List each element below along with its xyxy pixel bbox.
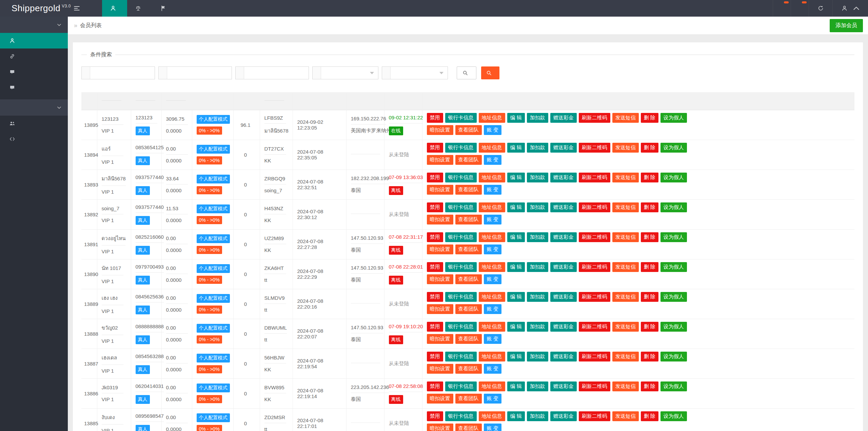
hidden-deduction-button[interactable]: 暗扣设置 [427, 155, 453, 165]
bonus-button[interactable]: 赠送彩金 [550, 173, 577, 182]
view-team-button[interactable]: 查看团队 [455, 215, 482, 224]
account-change-button[interactable]: 账 变 [484, 244, 501, 254]
hidden-deduction-button[interactable]: 暗扣设置 [427, 334, 453, 344]
refresh-qrcode-button[interactable]: 刷新二维码 [579, 232, 610, 242]
bonus-button[interactable]: 赠送彩金 [550, 143, 577, 153]
address-button[interactable]: 地址信息 [479, 173, 505, 182]
bank-card-button[interactable]: 银行卡信息 [445, 262, 477, 272]
adjust-balance-button[interactable]: 加扣款 [527, 352, 548, 361]
sidebar-section-service-management[interactable] [0, 99, 68, 116]
address-button[interactable]: 地址信息 [479, 232, 505, 242]
disable-button[interactable]: 禁用 [427, 381, 443, 391]
address-button[interactable]: 地址信息 [479, 411, 505, 421]
view-team-button[interactable]: 查看团队 [455, 244, 482, 254]
edit-button[interactable]: 编 辑 [507, 381, 525, 391]
edit-button[interactable]: 编 辑 [507, 173, 525, 182]
nav-item-help-center[interactable] [152, 0, 177, 17]
bank-card-button[interactable]: 银行卡信息 [445, 352, 477, 361]
address-button[interactable]: 地址信息 [479, 262, 505, 272]
view-team-button[interactable]: 查看团队 [455, 185, 482, 195]
nav-refresh[interactable] [809, 0, 832, 17]
set-fake-button[interactable]: 设为假人 [660, 232, 687, 242]
nav-item-system-management[interactable] [177, 0, 194, 17]
view-team-button[interactable]: 查看团队 [455, 394, 482, 404]
refresh-qrcode-button[interactable]: 刷新二维码 [579, 113, 610, 123]
bonus-button[interactable]: 赠送彩金 [550, 292, 577, 302]
delete-button[interactable]: 删 除 [641, 381, 658, 391]
bonus-button[interactable]: 赠送彩金 [550, 322, 577, 332]
send-sms-button[interactable]: 发送短信 [612, 202, 639, 212]
set-fake-button[interactable]: 设为假人 [660, 202, 687, 212]
account-change-button[interactable]: 账 变 [484, 185, 501, 195]
refresh-qrcode-button[interactable]: 刷新二维码 [579, 173, 610, 182]
disable-button[interactable]: 禁用 [427, 411, 443, 421]
hidden-deduction-button[interactable]: 暗扣设置 [427, 394, 453, 404]
delete-button[interactable]: 删 除 [641, 411, 658, 421]
view-team-button[interactable]: 查看团队 [455, 334, 482, 344]
delete-button[interactable]: 删 除 [641, 352, 658, 361]
adjust-balance-button[interactable]: 加扣款 [527, 411, 548, 421]
bank-card-button[interactable]: 银行卡信息 [445, 381, 477, 391]
edit-button[interactable]: 编 辑 [507, 322, 525, 332]
delete-button[interactable]: 删 除 [641, 143, 658, 153]
refresh-qrcode-button[interactable]: 刷新二维码 [579, 322, 610, 332]
account-change-button[interactable]: 账 变 [484, 364, 501, 374]
address-button[interactable]: 地址信息 [479, 322, 505, 332]
bank-card-button[interactable]: 银行卡信息 [445, 173, 477, 182]
adjust-balance-button[interactable]: 加扣款 [527, 322, 548, 332]
set-fake-button[interactable]: 设为假人 [660, 292, 687, 302]
delete-button[interactable]: 删 除 [641, 113, 658, 123]
search-button[interactable] [457, 66, 476, 79]
sidebar-item-member-level[interactable] [0, 48, 68, 64]
view-team-button[interactable]: 查看团队 [455, 274, 482, 284]
send-sms-button[interactable]: 发送短信 [612, 292, 639, 302]
account-change-button[interactable]: 账 变 [484, 424, 501, 431]
edit-button[interactable]: 编 辑 [507, 411, 525, 421]
send-sms-button[interactable]: 发送短信 [612, 352, 639, 361]
edit-button[interactable]: 编 辑 [507, 143, 525, 153]
export-button[interactable] [481, 66, 499, 79]
delete-button[interactable]: 删 除 [641, 292, 658, 302]
adjust-balance-button[interactable]: 加扣款 [527, 381, 548, 391]
refresh-qrcode-button[interactable]: 刷新二维码 [579, 262, 610, 272]
bank-card-button[interactable]: 银行卡信息 [445, 411, 477, 421]
sidebar-item-recharge-management[interactable] [0, 64, 68, 80]
bank-card-button[interactable]: 银行卡信息 [445, 113, 477, 123]
bank-card-button[interactable]: 银行卡信息 [445, 202, 477, 212]
bonus-button[interactable]: 赠送彩金 [550, 113, 577, 123]
nav-item-trade[interactable] [127, 0, 152, 17]
view-team-button[interactable]: 查看团队 [455, 125, 482, 135]
account-change-button[interactable]: 账 变 [484, 334, 501, 344]
username-input[interactable] [90, 67, 155, 79]
adjust-balance-button[interactable]: 加扣款 [527, 262, 548, 272]
delete-button[interactable]: 删 除 [641, 262, 658, 272]
adjust-balance-button[interactable]: 加扣款 [527, 292, 548, 302]
disable-button[interactable]: 禁用 [427, 113, 443, 123]
add-member-button[interactable]: 添加会员 [830, 19, 863, 32]
refresh-qrcode-button[interactable]: 刷新二维码 [579, 202, 610, 212]
refresh-qrcode-button[interactable]: 刷新二维码 [579, 381, 610, 391]
account-change-button[interactable]: 账 变 [484, 215, 501, 224]
set-fake-button[interactable]: 设为假人 [660, 173, 687, 182]
view-team-button[interactable]: 查看团队 [455, 304, 482, 314]
sidebar-item-service-list[interactable] [0, 116, 68, 131]
set-fake-button[interactable]: 设为假人 [660, 262, 687, 272]
account-change-button[interactable]: 账 变 [484, 304, 501, 314]
sidebar-item-withdraw-management[interactable] [0, 80, 68, 95]
send-sms-button[interactable]: 发送短信 [612, 322, 639, 332]
adjust-balance-button[interactable]: 加扣款 [527, 173, 548, 182]
send-sms-button[interactable]: 发送短信 [612, 232, 639, 242]
edit-button[interactable]: 编 辑 [507, 202, 525, 212]
bank-card-button[interactable]: 银行卡信息 [445, 143, 477, 153]
sidebar-item-member-list[interactable] [0, 33, 68, 48]
delete-button[interactable]: 删 除 [641, 232, 658, 242]
edit-button[interactable]: 编 辑 [507, 352, 525, 361]
send-sms-button[interactable]: 发送短信 [612, 113, 639, 123]
adjust-balance-button[interactable]: 加扣款 [527, 143, 548, 153]
adjust-balance-button[interactable]: 加扣款 [527, 232, 548, 242]
account-change-button[interactable]: 账 变 [484, 394, 501, 404]
set-fake-button[interactable]: 设为假人 [660, 322, 687, 332]
set-fake-button[interactable]: 设为假人 [660, 411, 687, 421]
hidden-deduction-button[interactable]: 暗扣设置 [427, 304, 453, 314]
account-change-button[interactable]: 账 变 [484, 125, 501, 135]
